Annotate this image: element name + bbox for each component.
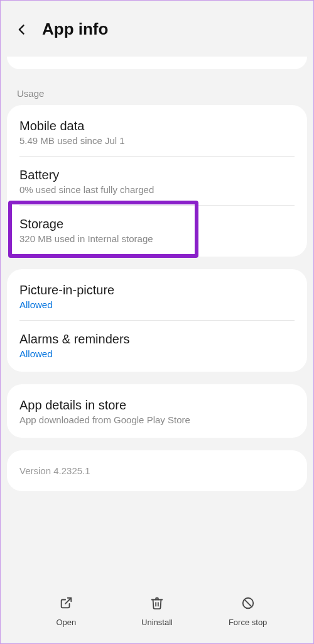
store-title: App details in store bbox=[19, 398, 295, 413]
store-card: App details in store App downloaded from… bbox=[7, 384, 307, 438]
storage-sub: 320 MB used in Internal storage bbox=[19, 233, 295, 244]
storage-item[interactable]: Storage 320 MB used in Internal storage bbox=[7, 206, 307, 254]
pip-title: Picture-in-picture bbox=[19, 283, 295, 297]
battery-sub: 0% used since last fully charged bbox=[19, 184, 295, 195]
battery-item[interactable]: Battery 0% used since last fully charged bbox=[7, 157, 307, 205]
force-stop-label: Force stop bbox=[229, 618, 267, 627]
store-sub: App downloaded from Google Play Store bbox=[19, 414, 295, 425]
svg-line-0 bbox=[65, 598, 71, 604]
version-text: Version 4.2325.1 bbox=[19, 465, 295, 476]
svg-line-4 bbox=[244, 599, 252, 607]
app-info-screen: App info Usage Mobile data 5.49 MB used … bbox=[1, 1, 313, 643]
trash-icon bbox=[149, 595, 165, 611]
pip-status: Allowed bbox=[19, 299, 295, 310]
storage-title: Storage bbox=[19, 217, 295, 231]
pip-item[interactable]: Picture-in-picture Allowed bbox=[7, 272, 307, 320]
mobile-data-item[interactable]: Mobile data 5.49 MB used since Jul 1 bbox=[7, 108, 307, 156]
open-label: Open bbox=[56, 618, 76, 627]
usage-card: Mobile data 5.49 MB used since Jul 1 Bat… bbox=[7, 105, 307, 257]
app-details-store-item[interactable]: App details in store App downloaded from… bbox=[7, 387, 307, 435]
mobile-data-title: Mobile data bbox=[19, 119, 295, 133]
mobile-data-sub: 5.49 MB used since Jul 1 bbox=[19, 135, 295, 146]
battery-title: Battery bbox=[19, 168, 295, 182]
header-bar: App info bbox=[6, 8, 308, 57]
alarms-status: Allowed bbox=[19, 348, 295, 359]
uninstall-label: Uninstall bbox=[141, 618, 173, 627]
alarms-item[interactable]: Alarms & reminders Allowed bbox=[7, 321, 307, 369]
back-icon[interactable] bbox=[13, 21, 31, 38]
force-stop-button[interactable]: Force stop bbox=[217, 595, 279, 627]
open-button[interactable]: Open bbox=[35, 595, 97, 627]
open-icon bbox=[58, 595, 74, 611]
bottom-action-bar: Open Uninstall Force stop bbox=[6, 581, 308, 643]
section-label-usage: Usage bbox=[6, 88, 308, 105]
previous-card-stub bbox=[7, 57, 307, 69]
page-title: App info bbox=[42, 19, 108, 39]
uninstall-button[interactable]: Uninstall bbox=[126, 595, 188, 627]
force-stop-icon bbox=[240, 595, 256, 611]
version-card: Version 4.2325.1 bbox=[7, 450, 307, 491]
settings-card: Picture-in-picture Allowed Alarms & remi… bbox=[7, 269, 307, 372]
alarms-title: Alarms & reminders bbox=[19, 332, 295, 347]
